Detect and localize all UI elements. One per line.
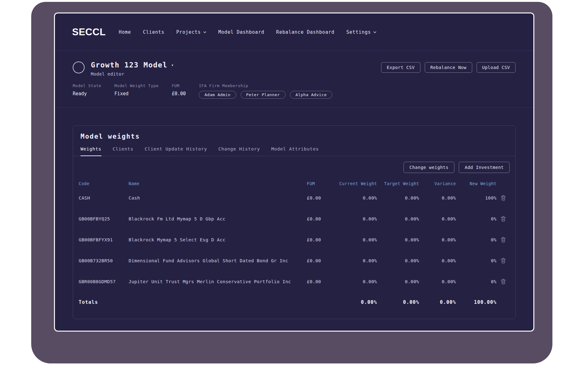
column-header-variance: Variance bbox=[419, 181, 456, 186]
page-header: Growth 123 Model ▾ Model editor Export C… bbox=[73, 61, 516, 76]
totals-new-weight: 100.00% bbox=[456, 299, 497, 305]
totals-label: Totals bbox=[79, 299, 307, 305]
laptop-bezel: SECCL Home Clients Projects Model Dashbo… bbox=[31, 2, 552, 363]
cell-target-weight: 0.00% bbox=[377, 279, 419, 284]
seccl-logo: SECCL bbox=[72, 27, 106, 38]
chevron-down-icon bbox=[373, 31, 376, 33]
cell-target-weight: 0.00% bbox=[377, 216, 419, 221]
cell-name: Jupiter Unit Trust Mgrs Merlin Conservat… bbox=[129, 279, 307, 284]
add-investment-button[interactable]: Add Investment bbox=[459, 162, 510, 173]
trash-icon bbox=[501, 258, 506, 264]
cell-fum: £0.00 bbox=[307, 216, 335, 221]
cell-variance: 0.00% bbox=[419, 216, 456, 221]
cell-current-weight: 0.00% bbox=[335, 237, 377, 242]
table-row: GB00BFBFYX91 Blackrock Mymap 5 Select Es… bbox=[79, 229, 510, 250]
top-navbar: SECCL Home Clients Projects Model Dashbo… bbox=[55, 13, 533, 51]
nav-item-label: Home bbox=[119, 29, 131, 35]
tab-clients[interactable]: Clients bbox=[113, 146, 134, 156]
membership-chip: Alpha Advice bbox=[290, 91, 332, 99]
cell-code: GB00BFBYQ25 bbox=[79, 216, 129, 221]
app-screen: SECCL Home Clients Projects Model Dashbo… bbox=[54, 12, 534, 332]
panel-title: Model weights bbox=[81, 133, 508, 140]
cell-variance: 0.00% bbox=[419, 195, 456, 200]
cell-target-weight: 0.00% bbox=[377, 195, 419, 200]
membership-chip: Adam Admin bbox=[199, 91, 236, 99]
column-header-name: Name bbox=[129, 181, 307, 186]
change-weights-button[interactable]: Change weights bbox=[404, 162, 454, 173]
totals-current-weight: 0.00% bbox=[335, 299, 377, 305]
cell-current-weight: 0.00% bbox=[335, 258, 377, 263]
table-totals-row: Totals 0.00% 0.00% 0.00% 100.00% bbox=[79, 293, 510, 311]
delete-row-button[interactable] bbox=[500, 195, 507, 201]
cell-code: CASH bbox=[79, 195, 129, 200]
delete-row-button[interactable] bbox=[500, 257, 507, 264]
model-meta-row: Model State Ready Model Weight Type Fixe… bbox=[73, 83, 516, 107]
panel-tabs: Weights Clients Client Update History Ch… bbox=[73, 146, 515, 156]
cell-variance: 0.00% bbox=[419, 258, 456, 263]
delete-row-button[interactable] bbox=[500, 278, 507, 285]
table-row: CASH Cash £0.00 0.00% 0.00% 0.00% 100% bbox=[79, 187, 510, 208]
nav-item-clients[interactable]: Clients bbox=[143, 29, 164, 35]
trash-icon bbox=[501, 279, 506, 284]
cell-variance: 0.00% bbox=[419, 237, 456, 242]
cell-name: Dimensional Fund Advisors Global Short D… bbox=[129, 258, 307, 263]
meta-value: Fixed bbox=[115, 91, 159, 96]
nav-item-projects[interactable]: Projects bbox=[176, 29, 207, 35]
export-csv-button[interactable]: Export CSV bbox=[381, 62, 420, 73]
caret-down-icon: ▾ bbox=[171, 63, 174, 67]
meta-label: Model Weight Type bbox=[115, 83, 159, 88]
nav-item-label: Model Dashboard bbox=[218, 29, 264, 35]
membership-chips: Adam Admin Peter Planner Alpha Advice bbox=[199, 91, 332, 99]
meta-value: Ready bbox=[73, 91, 101, 96]
meta-label: Model State bbox=[73, 83, 101, 88]
column-header-current-weight: Current Weight bbox=[335, 181, 377, 186]
column-header-new-weight: New Weight bbox=[456, 181, 497, 186]
panel-actions: Change weights Add Investment bbox=[79, 162, 510, 173]
cell-name: Cash bbox=[129, 195, 307, 200]
cell-code: GB00B732BR50 bbox=[79, 258, 129, 263]
nav-items: Home Clients Projects Model Dashboard Re… bbox=[119, 29, 377, 35]
nav-item-label: Clients bbox=[143, 29, 164, 35]
cell-fum: £0.00 bbox=[307, 279, 335, 284]
nav-item-settings[interactable]: Settings bbox=[346, 29, 377, 35]
page-subtitle: Model editor bbox=[91, 72, 174, 76]
nav-item-model-dashboard[interactable]: Model Dashboard bbox=[218, 29, 264, 35]
tab-client-update-history[interactable]: Client Update History bbox=[145, 146, 207, 156]
table-row: GBR00B8GDMD57 Jupiter Unit Trust Mgrs Me… bbox=[79, 271, 510, 292]
tab-model-attributes[interactable]: Model Attributes bbox=[271, 146, 319, 156]
cell-new-weight: 100% bbox=[456, 195, 497, 200]
membership-chip: Peter Planner bbox=[241, 91, 286, 99]
trash-icon bbox=[501, 216, 506, 222]
model-status-ring-icon bbox=[73, 62, 85, 73]
column-header-code: Code bbox=[79, 181, 129, 186]
meta-ifa-firm-membership: IFA Firm Membership Adam Admin Peter Pla… bbox=[199, 83, 332, 99]
cell-name: Blackrock Fm Ltd Mymap 5 D Gbp Acc bbox=[129, 216, 307, 221]
tab-change-history[interactable]: Change History bbox=[218, 146, 260, 156]
nav-item-label: Settings bbox=[346, 29, 371, 35]
cell-new-weight: 0% bbox=[456, 216, 497, 221]
cell-code: GB00BFBFYX91 bbox=[79, 237, 129, 242]
trash-icon bbox=[501, 237, 506, 243]
meta-label: IFA Firm Membership bbox=[199, 83, 332, 88]
delete-row-button[interactable] bbox=[500, 215, 507, 222]
column-header-target-weight: Target Weight bbox=[377, 181, 419, 186]
nav-item-home[interactable]: Home bbox=[119, 29, 131, 35]
tab-weights[interactable]: Weights bbox=[81, 146, 101, 156]
cell-code: GBR00B8GDMD57 bbox=[79, 279, 129, 284]
trash-icon bbox=[501, 195, 506, 201]
meta-label: FUM bbox=[172, 83, 186, 88]
table-header: Code Name FUM Current Weight Target Weig… bbox=[79, 180, 510, 187]
delete-row-button[interactable] bbox=[500, 236, 507, 243]
nav-item-label: Projects bbox=[176, 29, 201, 35]
rebalance-now-button[interactable]: Rebalance Now bbox=[425, 62, 472, 73]
cell-new-weight: 0% bbox=[456, 258, 497, 263]
upload-csv-button[interactable]: Upload CSV bbox=[477, 62, 516, 73]
meta-model-state: Model State Ready bbox=[73, 83, 101, 99]
cell-fum: £0.00 bbox=[307, 237, 335, 242]
section-divider bbox=[55, 107, 533, 108]
nav-item-rebalance-dashboard[interactable]: Rebalance Dashboard bbox=[276, 29, 335, 35]
model-weights-panel: Model weights Weights Clients Client Upd… bbox=[73, 126, 516, 319]
cell-fum: £0.00 bbox=[307, 195, 335, 200]
table-row: GB00B732BR50 Dimensional Fund Advisors G… bbox=[79, 250, 510, 271]
model-title-dropdown[interactable]: Growth 123 Model ▾ bbox=[91, 61, 174, 69]
